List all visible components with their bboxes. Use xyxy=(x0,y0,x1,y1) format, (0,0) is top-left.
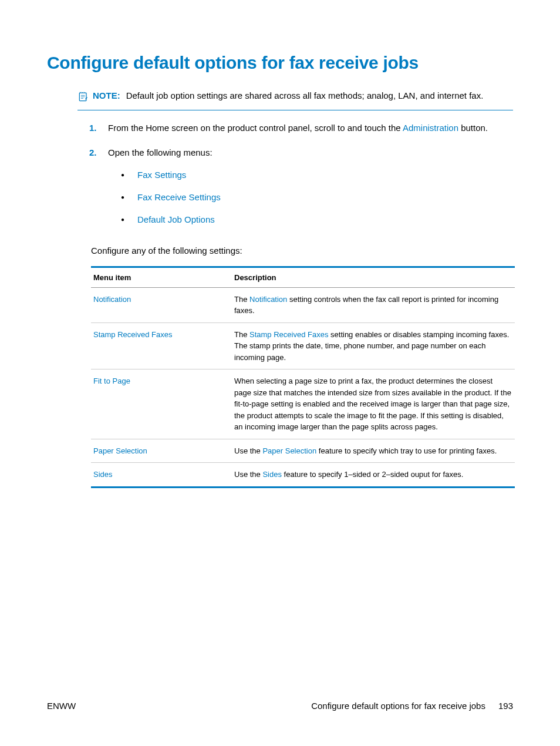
step-number: 2. xyxy=(89,146,108,235)
settings-intro: Configure any of the following settings: xyxy=(91,246,513,256)
table-cell: The Notification setting controls when t… xyxy=(232,287,515,322)
page-number: 193 xyxy=(498,701,513,711)
table-header-menu: Menu item xyxy=(91,267,232,287)
submenu-list: ● Fax Settings ● Fax Receive Settings ● … xyxy=(121,168,513,227)
table-header-description: Description xyxy=(232,267,515,287)
step-item: 1. From the Home screen on the product c… xyxy=(89,121,513,135)
default-job-options-link: Default Job Options xyxy=(137,213,215,227)
step-list: 1. From the Home screen on the product c… xyxy=(89,121,513,235)
table-row: Notification The Notification setting co… xyxy=(91,287,515,322)
table-row: Stamp Received Faxes The Stamp Received … xyxy=(91,322,515,369)
note-icon xyxy=(77,90,89,102)
fax-receive-settings-link: Fax Receive Settings xyxy=(137,190,221,204)
step-text: button. xyxy=(458,123,488,133)
table-cell: Use the Sides feature to specify 1–sided… xyxy=(232,463,515,488)
desc-text: feature to specify 1–sided or 2–sided ou… xyxy=(282,470,463,479)
paper-link: Paper Selection xyxy=(262,446,316,455)
desc-text: feature to specify which tray to use for… xyxy=(316,446,497,455)
notification-link: Notification xyxy=(249,295,287,304)
page-footer: ENWW Configure default options for fax r… xyxy=(47,701,513,711)
note-callout: NOTE:Default job option settings are sha… xyxy=(77,89,513,110)
sides-link: Sides xyxy=(262,470,282,479)
list-item: ● Fax Settings xyxy=(121,168,513,182)
table-row: Paper Selection Use the Paper Selection … xyxy=(91,439,515,463)
table-row: Sides Use the Sides feature to specify 1… xyxy=(91,463,515,488)
step-content: From the Home screen on the product cont… xyxy=(108,121,513,135)
step-number: 1. xyxy=(89,121,108,135)
note-text: Default job option settings are shared a… xyxy=(126,90,484,100)
menu-notification: Notification xyxy=(93,295,131,304)
note-label: NOTE: xyxy=(93,90,120,100)
step-content: Open the following menus: ● Fax Settings… xyxy=(108,146,513,235)
desc-text: The xyxy=(234,295,249,304)
fax-settings-link: Fax Settings xyxy=(137,168,186,182)
administration-link: Administration xyxy=(403,123,458,133)
desc-text: The xyxy=(234,330,249,339)
table-cell: The Stamp Received Faxes setting enables… xyxy=(232,322,515,369)
bullet-icon: ● xyxy=(121,190,137,204)
menu-fit: Fit to Page xyxy=(93,377,130,385)
stamp-link: Stamp Received Faxes xyxy=(249,330,328,339)
table-cell: When selecting a page size to print a fa… xyxy=(232,369,515,439)
step-text: Open the following menus: xyxy=(108,147,212,157)
menu-stamp: Stamp Received Faxes xyxy=(93,330,172,339)
step-text: From the Home screen on the product cont… xyxy=(108,123,403,133)
menu-sides: Sides xyxy=(93,470,113,479)
page-title: Configure default options for fax receiv… xyxy=(47,53,513,73)
footer-left: ENWW xyxy=(47,701,76,711)
settings-table: Menu item Description Notification The N… xyxy=(91,266,515,488)
menu-paper: Paper Selection xyxy=(93,446,147,455)
list-item: ● Default Job Options xyxy=(121,213,513,227)
step-item: 2. Open the following menus: ● Fax Setti… xyxy=(89,146,513,235)
bullet-icon: ● xyxy=(121,168,137,182)
bullet-icon: ● xyxy=(121,213,137,227)
desc-text: Use the xyxy=(234,446,262,455)
table-row: Fit to Page When selecting a page size t… xyxy=(91,369,515,439)
table-cell: Use the Paper Selection feature to speci… xyxy=(232,439,515,463)
footer-section-title: Configure default options for fax receiv… xyxy=(311,701,485,711)
list-item: ● Fax Receive Settings xyxy=(121,190,513,204)
desc-text: Use the xyxy=(234,470,262,479)
